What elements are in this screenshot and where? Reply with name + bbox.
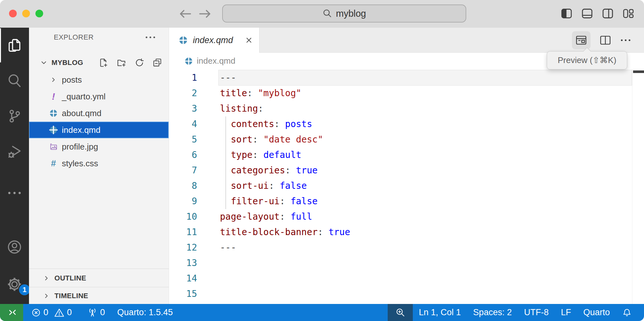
sidebar-more-actions-icon[interactable] [145,36,156,39]
back-arrow-icon[interactable] [178,8,192,20]
code-line-8: sort-ui: false [220,178,307,194]
quarto-icon [179,36,188,45]
folder-name: MYBLOG [52,59,83,67]
activity-bar: 1 [0,28,29,304]
broadcast-icon [87,307,98,318]
status-bar: 0 0 0 Quarto: 1.5.45 Ln 1, Col 1 Spaces:… [0,304,644,321]
line-number: 3 [169,101,197,116]
close-tab-icon[interactable] [245,36,253,44]
new-folder-icon[interactable] [117,58,126,68]
timeline-panel-header[interactable]: TIMELINE [29,287,169,304]
line-number: 6 [169,147,197,163]
toggle-panel-icon[interactable] [581,8,593,19]
line-number: 14 [169,271,197,286]
code-line-11: title-block-banner: true [220,225,350,240]
file-item-index.qmd[interactable]: index.qmd [29,122,169,138]
run-and-debug-icon[interactable] [7,144,22,159]
eol-status[interactable]: LF [561,307,571,317]
line-number: 8 [169,178,197,194]
chevron-right-icon [43,292,50,299]
code-line-2: title: "myblog" [220,86,301,101]
yaml-icon: ! [48,91,59,102]
explorer-sidebar: EXPLORER MYBLOG [29,28,169,304]
source-control-icon[interactable] [7,109,22,124]
search-value: myblog [336,8,366,19]
collapse-all-icon[interactable] [153,58,162,68]
line-number: 4 [169,116,197,132]
file-label: posts [62,75,82,85]
toggle-sidebar-icon[interactable] [561,8,573,19]
close-window-button[interactable] [9,10,17,17]
ports-status[interactable]: 0 [87,307,105,318]
zoom-button[interactable] [388,304,413,321]
code-line-9: filter-ui: false [220,194,317,209]
file-item-profile.jpg[interactable]: profile.jpg [29,138,169,155]
code-pane[interactable]: 1---2title: "myblog"3listing:4 contents:… [169,69,644,304]
sidebar-title: EXPLORER [54,33,94,41]
encoding-status[interactable]: UTF-8 [524,307,549,317]
new-file-icon[interactable] [99,58,108,68]
breadcrumb-item: index.qmd [197,56,235,66]
file-item-_quarto.yml[interactable]: !_quarto.yml [29,88,169,105]
tab-bar: index.qmd [169,28,644,53]
split-editor-icon[interactable] [600,35,611,46]
editor-more-actions-icon[interactable] [620,39,631,42]
code-line-12: --- [220,240,236,255]
forward-arrow-icon[interactable] [198,8,212,20]
scrollbar-edge [632,69,632,304]
code-line-3: listing: [220,101,263,116]
quarto-version-status[interactable]: Quarto: 1.5.45 [117,307,173,317]
explorer-icon[interactable] [7,38,22,53]
cursor-position-status[interactable]: Ln 1, Col 1 [419,307,461,317]
minimize-window-button[interactable] [22,10,30,17]
outline-panel-label: OUTLINE [54,274,86,282]
file-item-posts[interactable]: posts [29,71,169,88]
toggle-secondary-sidebar-icon[interactable] [602,8,614,19]
chevron-right-icon [48,76,59,83]
customize-layout-icon[interactable] [622,8,634,19]
file-item-styles.css[interactable]: #styles.css [29,155,169,172]
code-line-7: categories: true [220,163,317,178]
file-item-about.qmd[interactable]: about.qmd [29,105,169,122]
file-label: styles.css [62,159,98,169]
code-line-10: page-layout: full [220,209,312,225]
tab-index-qmd[interactable]: index.qmd [169,28,260,53]
css-icon: # [48,158,59,169]
bell-icon[interactable] [622,307,632,318]
zoom-window-button[interactable] [35,10,43,17]
tab-label: index.qmd [193,35,233,45]
problems-status[interactable]: 0 0 [31,307,72,317]
quarto-icon [48,109,59,117]
active-view-indicator [0,28,1,62]
search-view-icon[interactable] [7,73,22,88]
command-center-search[interactable]: myblog [222,5,466,23]
chevron-right-icon [43,275,50,282]
overview-ruler-cursor-mark [633,70,644,73]
language-mode-status[interactable]: Quarto [583,307,610,317]
line-number: 5 [169,132,197,147]
code-line-5: sort: "date desc" [220,132,323,147]
search-icon [322,9,332,18]
line-number: 2 [169,86,197,101]
folder-section-header[interactable]: MYBLOG [29,55,169,70]
warning-icon [54,308,64,317]
image-icon [48,142,59,151]
current-line-highlight [218,70,632,86]
more-views-icon[interactable] [7,191,22,195]
line-number: 15 [169,286,197,302]
file-label: profile.jpg [62,142,98,152]
indentation-status[interactable]: Spaces: 2 [473,307,512,317]
accounts-icon[interactable] [7,239,22,255]
line-number: 10 [169,209,197,225]
code-line-6: type: default [220,147,301,163]
outline-panel-header[interactable]: OUTLINE [29,269,169,287]
line-number: 7 [169,163,197,178]
warning-count: 0 [67,307,72,317]
preview-icon [575,35,587,46]
remote-indicator[interactable] [0,304,23,321]
refresh-icon[interactable] [135,58,144,68]
error-icon [31,308,41,317]
preview-tooltip: Preview (⇧⌘K) [547,51,627,69]
preview-button[interactable] [572,31,591,49]
error-count: 0 [43,307,48,317]
